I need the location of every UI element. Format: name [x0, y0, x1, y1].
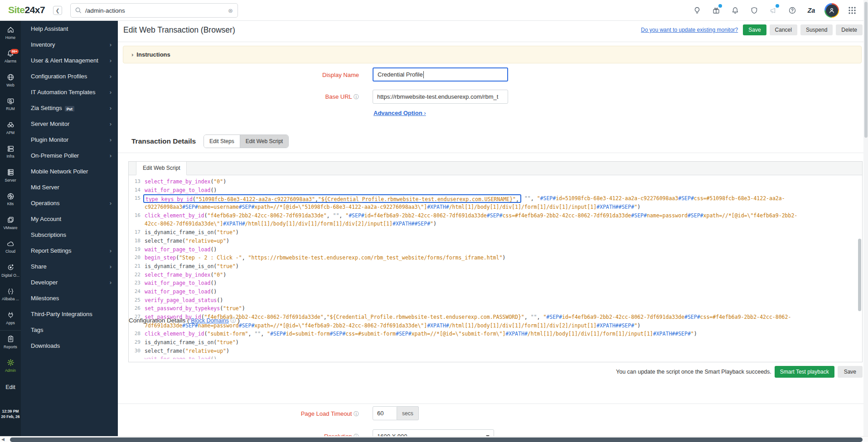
notifications-bell-icon[interactable]: [729, 5, 741, 16]
code-row[interactable]: 16click_element_by_id("f4efb6a9-2bb2-42c…: [129, 211, 862, 220]
sidebar-item-mobile-network-poller[interactable]: Mobile Network Poller: [21, 163, 118, 179]
sidebar-item-operations[interactable]: Operations›: [21, 195, 118, 211]
gift-icon[interactable]: [710, 5, 722, 16]
base-url-input[interactable]: https://rbmwebsite-test.enduserexp.com/r…: [373, 90, 508, 104]
site24x7-logo[interactable]: Site24x7: [8, 5, 45, 15]
block-domains-link[interactable]: Block Domains: [191, 317, 228, 324]
rail-item-reports[interactable]: Reports: [0, 330, 21, 354]
help-icon[interactable]: [786, 5, 798, 16]
announcements-megaphone-icon[interactable]: [767, 5, 779, 16]
line-number: 29: [129, 338, 141, 347]
code-row[interactable]: 24wait_for_page_to_load(): [129, 288, 862, 296]
rail-item-cloud[interactable]: Cloud: [0, 235, 21, 259]
sidebar-item-configuration-profiles[interactable]: Configuration Profiles›: [21, 68, 118, 84]
rail-edit-label[interactable]: Edit: [0, 378, 21, 390]
tab-edit-steps[interactable]: Edit Steps: [204, 135, 240, 148]
rail-item-apps[interactable]: Apps: [0, 306, 21, 330]
smart-test-playback-button[interactable]: Smart Test playback: [775, 366, 834, 378]
rail-item-rum[interactable]: RUM: [0, 92, 21, 116]
code-row[interactable]: 13select_frame_by_index("0"): [129, 178, 862, 186]
update-existing-monitor-link[interactable]: Do you want to update existing monitor?: [641, 27, 738, 33]
rail-item-admin[interactable]: Admin: [0, 354, 21, 378]
code-row[interactable]: 42cc-8062-7df691da33de\"]#XPATH#/html[1]…: [129, 220, 862, 228]
sidebar-item-zia-settings[interactable]: Zia SettingsPvt›: [21, 100, 118, 116]
sidebar-item-third-party-integrations[interactable]: Third-Party Integrations: [21, 306, 118, 322]
sidebar-item-developer[interactable]: Developer›: [21, 274, 118, 290]
base-url-info-icon[interactable]: ⓘ: [354, 94, 359, 100]
zia-icon[interactable]: Za: [805, 5, 817, 16]
rail-item-k8s[interactable]: K8s: [0, 187, 21, 211]
sidebar-item-milestones[interactable]: Milestones: [21, 290, 118, 306]
editor-tab-edit-web-script[interactable]: Edit Web Script: [136, 162, 187, 175]
sidebar-item-my-account[interactable]: My Account: [21, 211, 118, 227]
line-number: 15: [129, 194, 141, 203]
scroll-left-arrow-icon[interactable]: ◀: [1, 437, 5, 442]
code-row[interactable]: 17is_dynamic_frame_is_on("true"): [129, 228, 862, 237]
global-search[interactable]: /admin-actions ⊗: [70, 3, 238, 18]
rail-item-web[interactable]: Web: [0, 68, 21, 92]
rail-item-apm[interactable]: APM: [0, 116, 21, 140]
sidebar-collapse-icon[interactable]: ❮: [53, 6, 62, 15]
shield-icon[interactable]: [748, 5, 760, 16]
code-row[interactable]: 28click_element_by_id("submit-form", "",…: [129, 330, 862, 338]
code-row[interactable]: c92276098aa3#SEP#name=username#SEP#xpath…: [129, 203, 862, 211]
sidebar-item-it-automation-templates[interactable]: IT Automation Templates›: [21, 84, 118, 100]
sidebar-item-share[interactable]: Share›: [21, 259, 118, 274]
search-clear-icon[interactable]: ⊗: [228, 7, 233, 14]
save-button[interactable]: Save: [743, 24, 766, 35]
suspend-button[interactable]: Suspend: [800, 24, 833, 35]
code-row[interactable]: 15type_keys_by_id("51098fcb-68e3-4122-aa…: [129, 194, 862, 203]
sidebar-item-on-premise-poller[interactable]: On-Premise Poller›: [21, 148, 118, 163]
instructions-panel[interactable]: › Instructions: [123, 46, 862, 63]
rail-item-server[interactable]: Server: [0, 163, 21, 187]
block-domains-info-icon[interactable]: ⓘ: [230, 317, 236, 324]
page-vertical-scrollbar[interactable]: [863, 0, 868, 442]
code-row[interactable]: wait_for_page_to_load(): [129, 355, 862, 359]
apps-grid-icon[interactable]: [846, 5, 858, 16]
display-name-input[interactable]: Credential Profile: [373, 67, 508, 82]
sidebar-item-inventory[interactable]: Inventory›: [21, 37, 118, 53]
editor-vertical-scrollbar[interactable]: [858, 239, 861, 311]
rail-item-vmware[interactable]: VMware: [0, 211, 21, 235]
code-row[interactable]: 26set_password_by_typekeys("true"): [129, 304, 862, 313]
vertical-scrollbar-thumb[interactable]: [864, 2, 868, 138]
sidebar-item-subscriptions[interactable]: Subscriptions: [21, 227, 118, 243]
code-row[interactable]: 19wait_for_page_to_load(): [129, 245, 862, 254]
page-horizontal-scrollbar[interactable]: ◀: [0, 436, 868, 442]
code-row[interactable]: 20begin_step("Step - 2 : Click -", "http…: [129, 254, 862, 262]
horizontal-scrollbar-thumb[interactable]: [10, 437, 863, 442]
rail-item-alarms[interactable]: 99+Alarms: [0, 45, 21, 69]
rail-item-infra[interactable]: Infra: [0, 140, 21, 164]
sidebar-item-report-settings[interactable]: Report Settings›: [21, 243, 118, 259]
idea-bulb-icon[interactable]: [691, 5, 703, 16]
sidebar-item-downloads[interactable]: Downloads: [21, 338, 118, 354]
cancel-button[interactable]: Cancel: [770, 24, 797, 35]
sidebar-item-tags[interactable]: Tags: [21, 322, 118, 338]
code-row[interactable]: 29is_dynamic_frame_is_on("true"): [129, 338, 862, 347]
advanced-option-link[interactable]: Advanced Option ›: [373, 110, 426, 116]
sidebar-item-plugin-monitor[interactable]: Plugin Monitor›: [21, 132, 118, 148]
code-row[interactable]: 14wait_for_page_to_load(): [129, 186, 862, 195]
code-row[interactable]: 23wait_for_page_to_load(): [129, 279, 862, 288]
code-row[interactable]: 18select_frame("relative=up"): [129, 237, 862, 245]
user-avatar[interactable]: [824, 3, 839, 18]
code-row[interactable]: 21is_dynamic_frame_is_on("true"): [129, 262, 862, 271]
sidebar-item-help-assistant[interactable]: Help Assistant: [21, 21, 118, 37]
code-row[interactable]: 30select_frame("relative=up"): [129, 347, 862, 356]
rail-item-digital-o[interactable]: Digital O...: [0, 259, 21, 283]
code-row[interactable]: 22select_frame_by_index("0"): [129, 271, 862, 279]
instructions-label: Instructions: [136, 51, 170, 58]
script-save-button[interactable]: Save: [838, 366, 863, 378]
tab-edit-web-script[interactable]: Edit Web Script: [240, 135, 288, 148]
sidebar-item-mid-server[interactable]: Mid Server: [21, 179, 118, 195]
sidebar-item-server-monitor[interactable]: Server Monitor›: [21, 116, 118, 132]
rail-item-home[interactable]: Home: [0, 21, 21, 45]
code-editor[interactable]: 13select_frame_by_index("0")14wait_for_p…: [129, 175, 862, 362]
sidebar-item-user-alert-management[interactable]: User & Alert Management›: [21, 53, 118, 68]
page-load-timeout-info-icon[interactable]: ⓘ: [354, 411, 359, 417]
search-input[interactable]: /admin-actions: [85, 7, 228, 14]
delete-button[interactable]: Delete: [836, 24, 863, 35]
rail-item-alibaba[interactable]: Alibaba ...: [0, 283, 21, 307]
page-load-timeout-input[interactable]: 60: [373, 406, 397, 420]
code-row[interactable]: 25verify_page_load_status(): [129, 296, 862, 305]
